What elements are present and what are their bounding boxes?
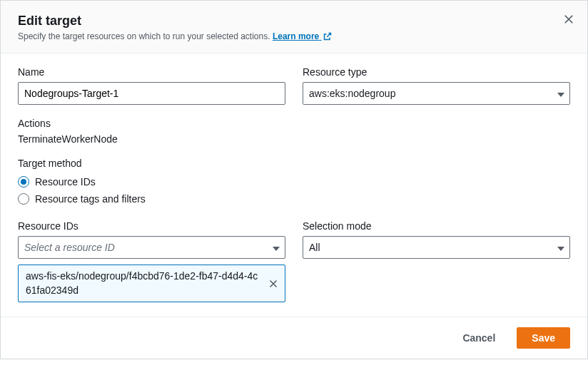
resource-ids-select[interactable]: Select a resource ID <box>18 236 285 259</box>
save-button[interactable]: Save <box>517 327 570 349</box>
target-method-field: Target method Resource IDs Resource tags… <box>18 158 570 207</box>
external-link-icon <box>323 32 332 41</box>
name-input[interactable] <box>18 82 285 105</box>
learn-more-link[interactable]: Learn more <box>273 31 332 41</box>
name-field: Name <box>18 66 285 105</box>
selection-mode-field: Selection mode All <box>303 220 570 302</box>
selection-mode-select[interactable]: All <box>303 236 570 259</box>
subtitle-text: Specify the target resources on which to… <box>18 31 270 41</box>
modal-title: Edit target <box>18 14 570 29</box>
resource-id-token: aws-fis-eks/nodegroup/f4bcbd76-1de2-fb47… <box>18 265 285 302</box>
resource-type-label: Resource type <box>303 66 570 78</box>
actions-label: Actions <box>18 118 570 129</box>
modal-subtitle: Specify the target resources on which to… <box>18 31 570 41</box>
edit-target-modal: Edit target Specify the target resources… <box>0 0 588 359</box>
close-icon <box>564 14 574 24</box>
close-button[interactable] <box>562 12 576 26</box>
cancel-button[interactable]: Cancel <box>448 328 510 348</box>
resource-type-field: Resource type aws:eks:nodegroup <box>303 66 570 105</box>
resource-ids-field: Resource IDs Select a resource ID aws-fi… <box>18 220 285 302</box>
resource-id-token-text: aws-fis-eks/nodegroup/f4bcbd76-1de2-fb47… <box>26 270 260 297</box>
resource-type-select[interactable]: aws:eks:nodegroup <box>303 82 570 105</box>
close-icon <box>269 279 278 288</box>
radio-unselected-icon <box>18 193 29 205</box>
target-method-label: Target method <box>18 158 570 169</box>
selection-mode-label: Selection mode <box>303 220 570 232</box>
modal-header: Edit target Specify the target resources… <box>1 1 587 53</box>
radio-resource-ids[interactable]: Resource IDs <box>18 173 570 190</box>
learn-more-label: Learn more <box>273 31 319 41</box>
resource-ids-label: Resource IDs <box>18 220 285 232</box>
radio-resource-ids-label: Resource IDs <box>35 176 96 188</box>
modal-body: Name Resource type aws:eks:nodegroup Act… <box>1 53 587 317</box>
actions-field: Actions TerminateWorkerNode <box>18 118 570 145</box>
radio-selected-icon <box>18 176 29 188</box>
radio-resource-tags-filters-label: Resource tags and filters <box>35 193 146 205</box>
radio-resource-tags-filters[interactable]: Resource tags and filters <box>18 190 570 207</box>
actions-value: TerminateWorkerNode <box>18 133 570 145</box>
name-label: Name <box>18 66 285 78</box>
modal-footer: Cancel Save <box>1 317 587 359</box>
token-remove-button[interactable] <box>266 277 280 291</box>
